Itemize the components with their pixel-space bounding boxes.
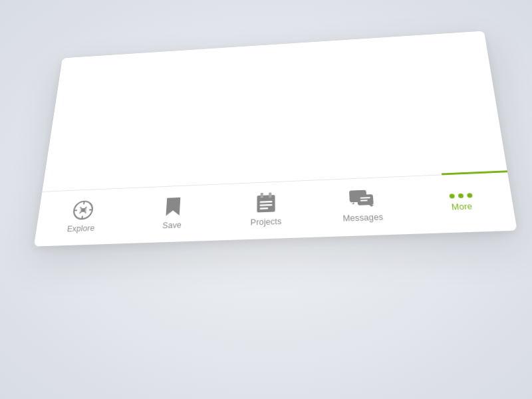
tab-more[interactable]: More [409,179,515,225]
messages-icon [348,189,376,209]
scene: Explore Save [0,0,532,399]
compass-icon [71,200,94,221]
app-card: Explore Save [34,31,517,247]
more-icon [449,193,472,198]
tab-explore[interactable]: Explore [35,195,129,239]
svg-rect-3 [261,193,263,198]
svg-rect-7 [260,207,269,209]
tab-save-label: Save [162,221,182,231]
tab-messages[interactable]: Messages [313,183,414,229]
svg-rect-11 [360,200,368,201]
svg-rect-2 [257,195,275,212]
dot-2 [458,193,464,198]
card-content [42,31,507,192]
dot-1 [449,194,455,198]
dot-3 [466,193,472,198]
tab-messages-label: Messages [342,212,383,223]
projects-icon [255,192,276,213]
tab-projects-label: Projects [251,217,282,227]
tab-more-label: More [451,201,473,211]
bookmark-icon [164,196,182,217]
tab-save[interactable]: Save [125,191,219,235]
tab-projects[interactable]: Projects [218,187,314,232]
tab-explore-label: Explore [66,223,95,233]
svg-rect-4 [269,192,271,198]
